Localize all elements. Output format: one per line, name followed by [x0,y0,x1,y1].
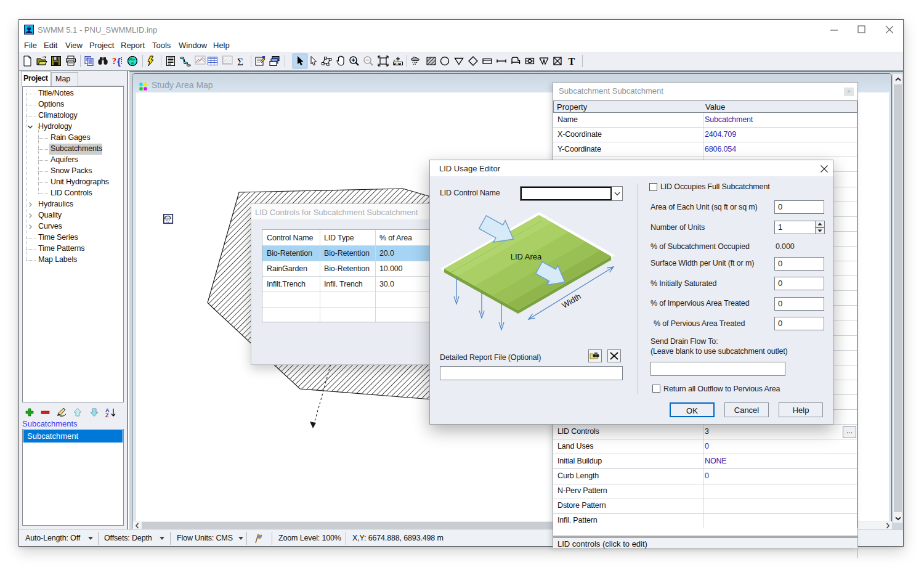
svg-text:Σ: Σ [237,56,243,67]
svg-text:Z: Z [105,412,109,417]
svg-text:LID Area: LID Area [511,252,542,261]
svg-text:?: ? [112,57,116,66]
svg-text:{: { [117,56,121,67]
svg-text:Width: Width [561,292,583,310]
svg-text:T: T [569,56,575,67]
